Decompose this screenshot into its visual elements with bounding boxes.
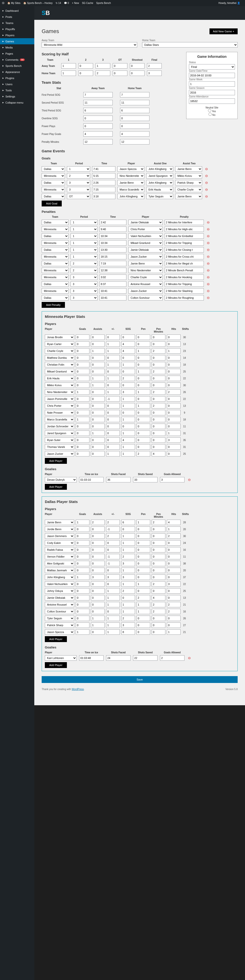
my-sites[interactable]: 🏠 My Sites [7,2,20,5]
stat-input[interactable] [106,334,120,340]
site-name[interactable]: 🏠 Sports Bench – Hockey [23,2,52,5]
stat-input[interactable] [137,609,150,614]
stat-input[interactable] [152,431,165,436]
stat-input[interactable] [106,451,120,457]
stat-input[interactable] [91,382,105,388]
stat-input[interactable] [106,588,120,593]
stat-input[interactable] [137,348,150,353]
delete-icon[interactable]: ⊖ [206,255,211,259]
player-select[interactable]: Alex Goligoski [45,561,74,566]
save-button[interactable]: Save [41,676,238,683]
stat-input[interactable] [167,451,181,457]
stat-input[interactable] [167,362,181,368]
stat-input[interactable] [120,100,150,105]
stat-input[interactable] [152,334,165,340]
stat-input[interactable] [121,527,135,532]
player-select[interactable]: Cody Eakin [45,540,74,546]
stat-input[interactable] [76,348,89,353]
player-select[interactable]: Christian Folin [45,362,74,368]
goal-player[interactable]: Marco Scandella [117,187,144,192]
stat-input[interactable] [121,451,135,457]
stat-input[interactable] [152,622,165,628]
delete-icon[interactable]: ⊖ [206,227,211,231]
week-input[interactable] [189,81,235,87]
player-select[interactable]: Jamie Benn [45,520,74,525]
stat-input[interactable] [152,424,165,429]
goal-period[interactable]: 1 [67,166,90,172]
delete-icon[interactable]: ⊖ [206,296,211,300]
stat-input[interactable] [152,410,165,415]
delete-icon[interactable]: ⊖ [206,268,211,272]
home-score-q3[interactable] [113,70,127,76]
stat-input[interactable] [137,444,150,450]
player-select[interactable]: Chris Porter [45,403,74,409]
goal-a2[interactable]: Jamie Benn [175,194,202,199]
sidebar-item-dashboard[interactable]: ▸Dashboard [0,8,34,14]
stat-input[interactable] [83,139,113,145]
goal-period[interactable]: 3 [67,180,90,185]
stat-input[interactable] [167,348,181,353]
stat-input[interactable] [121,444,135,450]
penalty-period[interactable]: 1 [70,233,97,239]
penalty-team[interactable]: Dallas [41,261,68,266]
stat-input[interactable] [137,595,150,600]
stat-input[interactable] [152,451,165,457]
stat-input[interactable] [106,629,120,635]
add-goal-button[interactable]: Add Goal [41,200,62,207]
stat-input[interactable] [106,609,120,614]
stat-input[interactable] [137,355,150,360]
stat-input[interactable] [167,622,181,628]
stat-input[interactable] [152,438,165,443]
stat-input[interactable] [167,574,181,580]
player-select[interactable]: Nino Niederreiter [45,389,74,395]
stat-input[interactable] [106,375,120,381]
stat-input[interactable] [137,602,150,607]
stat-input[interactable] [137,334,150,340]
stat-input[interactable] [152,568,165,573]
stat-input[interactable] [152,369,165,374]
sidebar-item-plugins[interactable]: ▸Plugins [0,75,34,81]
goalie-ss[interactable] [133,477,158,482]
status-select[interactable]: Final [189,64,235,70]
goal-team[interactable]: Dallas [41,194,65,199]
stat-input[interactable] [167,616,181,621]
penalty-pen[interactable] [165,288,204,294]
neutral-no-radio[interactable] [208,113,212,116]
updates[interactable]: ↻ 14 [56,2,61,5]
sidebar-item-tools[interactable]: ▸Tools [0,87,34,93]
stat-input[interactable] [91,451,105,457]
penalty-time[interactable] [99,240,126,246]
stat-input[interactable] [106,540,120,546]
stat-input[interactable] [152,609,165,614]
stat-input[interactable] [121,561,135,566]
penalty-team[interactable]: Minnesota [41,254,68,259]
stat-input[interactable] [106,444,120,450]
stat-input[interactable] [121,616,135,621]
stat-input[interactable] [167,595,181,600]
sg-cache[interactable]: SG Cache [82,2,93,5]
stat-input[interactable] [152,581,165,587]
stat-input[interactable] [76,362,89,368]
penalty-team[interactable]: Dallas [41,220,68,225]
stat-input[interactable] [152,355,165,360]
penalty-time[interactable] [99,288,126,294]
stat-input[interactable] [106,574,120,580]
player-select[interactable]: Matthew Dumba [45,355,74,360]
player-select[interactable]: Patrick Sharp [45,622,74,628]
stat-input[interactable] [167,341,181,347]
penalty-pen[interactable] [165,268,204,273]
stat-input[interactable] [152,389,165,395]
stat-input[interactable] [91,622,105,628]
stat-input[interactable] [91,431,105,436]
sidebar-item-players[interactable]: ▸Players [0,32,34,38]
stat-input[interactable] [167,547,181,552]
stat-input[interactable] [91,369,105,374]
stat-input[interactable] [76,389,89,395]
penalty-pen[interactable] [165,220,204,225]
goalie-select[interactable]: Kari Lehtonen [45,655,77,661]
sidebar-item-teams[interactable]: ▸Teams [0,20,34,26]
stat-input[interactable] [167,431,181,436]
penalty-team[interactable]: Dallas [41,295,68,301]
stat-input[interactable] [106,382,120,388]
stat-input[interactable] [76,369,89,374]
